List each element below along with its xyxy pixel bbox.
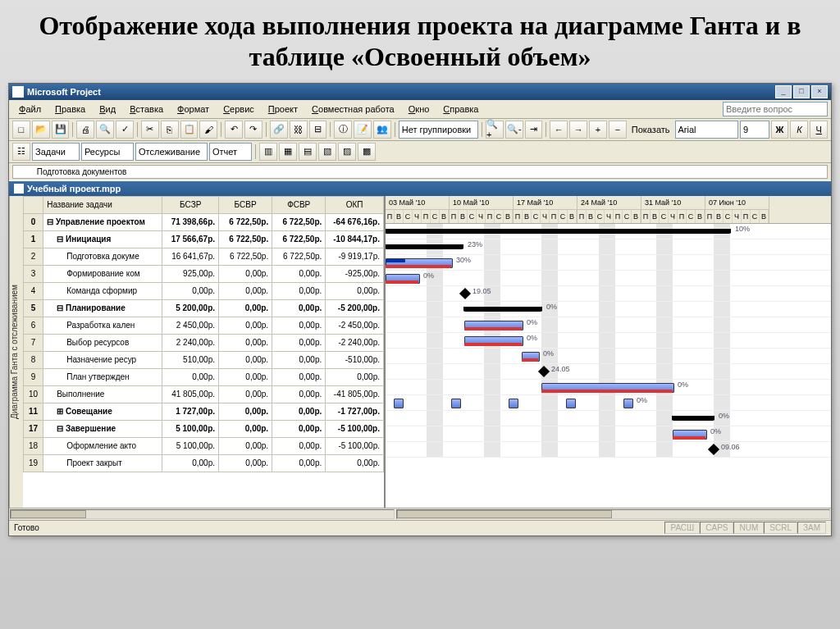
menu-Сервис[interactable]: Сервис (217, 103, 261, 116)
value-cell[interactable]: 510,00р. (162, 351, 219, 368)
task-name-cell[interactable]: ⊟ Инициация (43, 230, 162, 248)
value-cell[interactable]: 925,00р. (162, 265, 219, 282)
split-button[interactable]: ⊟ (309, 121, 327, 139)
task-table[interactable]: Название задачиБСЗРБСВРФСВРОКП 0⊟ Управл… (23, 196, 386, 508)
value-cell[interactable]: 0,00р. (272, 368, 326, 385)
rownum[interactable]: 19 (24, 454, 43, 472)
hscroll-left-thumb[interactable] (11, 510, 86, 518)
task-name-cell[interactable]: Проект закрыт (43, 454, 162, 472)
print-button[interactable]: 🖨 (76, 121, 94, 139)
copy-button[interactable]: ⎘ (161, 121, 179, 139)
table-row[interactable]: 10Выполнение41 805,00р.0,00р.0,00р.-41 8… (24, 385, 384, 403)
table-row[interactable]: 1⊟ Инициация17 566,67р.6 722,50р.6 722,5… (24, 230, 384, 248)
rownum[interactable]: 3 (24, 265, 43, 282)
rownum[interactable]: 8 (24, 351, 43, 368)
rownum[interactable]: 9 (24, 368, 43, 385)
value-cell[interactable]: -10 844,17р. (326, 230, 384, 248)
value-cell[interactable]: 0,00р. (162, 368, 219, 385)
table-row[interactable]: 0⊟ Управление проектом71 398,66р.6 722,5… (24, 213, 384, 230)
gantt-row[interactable]: 23% (386, 239, 831, 255)
rownum[interactable]: 17 (24, 420, 43, 437)
task-name-cell[interactable]: Формирование ком (43, 265, 162, 282)
cut-button[interactable]: ✂ (141, 121, 159, 139)
new-button[interactable]: □ (12, 121, 30, 139)
task-name-cell[interactable]: ⊟ Управление проектом (43, 213, 162, 230)
recurring-marker[interactable] (394, 399, 404, 408)
gantt-row[interactable]: 0% (386, 426, 831, 442)
gantt-row[interactable]: 30% (386, 255, 831, 271)
gantt-row[interactable]: 10% (386, 224, 831, 239)
summary-bar[interactable] (386, 229, 730, 234)
value-cell[interactable]: 5 100,00р. (162, 420, 219, 437)
table-row[interactable]: 8Назначение ресур510,00р.0,00р.0,00р.-51… (24, 351, 384, 368)
value-cell[interactable]: 6 722,50р. (272, 230, 326, 248)
gantt-row[interactable]: 0% (386, 380, 831, 395)
gantt-row[interactable]: 0% (386, 302, 831, 317)
summary-bar[interactable] (386, 244, 463, 249)
value-cell[interactable]: 0,00р. (219, 265, 272, 282)
value-cell[interactable]: 6 722,50р. (219, 213, 272, 230)
minimize-button[interactable]: _ (775, 85, 792, 98)
tb3-5[interactable]: ▨ (338, 143, 356, 161)
value-cell[interactable]: 0,00р. (219, 403, 272, 420)
value-cell[interactable]: 0,00р. (219, 317, 272, 334)
rownum[interactable]: 18 (24, 437, 43, 454)
value-cell[interactable]: -1 727,00р. (326, 403, 384, 420)
format-painter-button[interactable]: 🖌 (199, 121, 217, 139)
preview-button[interactable]: 🔍 (96, 121, 114, 139)
value-cell[interactable]: 0,00р. (219, 420, 272, 437)
rownum[interactable]: 10 (24, 385, 43, 403)
value-cell[interactable]: 0,00р. (272, 385, 326, 403)
redo-button[interactable]: ↷ (244, 121, 262, 139)
notes-button[interactable]: 📝 (354, 121, 372, 139)
menu-Формат[interactable]: Формат (171, 103, 216, 116)
summary-bar[interactable] (464, 307, 541, 312)
gantt-row[interactable]: 0% (386, 271, 831, 286)
value-cell[interactable]: 6 722,50р. (272, 248, 326, 265)
value-cell[interactable]: 71 398,66р. (162, 213, 219, 230)
tb3-4[interactable]: ▧ (318, 143, 336, 161)
value-cell[interactable]: 0,00р. (219, 385, 272, 403)
value-cell[interactable]: 0,00р. (272, 299, 326, 317)
show-label[interactable]: Показать (628, 125, 673, 134)
menu-Проект[interactable]: Проект (262, 103, 304, 116)
track-tab[interactable]: Отслеживание (135, 143, 208, 161)
undo-button[interactable]: ↶ (225, 121, 243, 139)
hscroll-right-track[interactable] (396, 509, 830, 519)
value-cell[interactable]: 0,00р. (219, 299, 272, 317)
report-tab[interactable]: Отчет (209, 143, 252, 161)
tb3-1[interactable]: ▥ (259, 143, 277, 161)
menu-Файл[interactable]: Файл (12, 103, 48, 116)
value-cell[interactable]: 6 722,50р. (272, 213, 326, 230)
menu-Справка[interactable]: Справка (436, 103, 485, 116)
value-cell[interactable]: 0,00р. (272, 282, 326, 299)
tb3-2[interactable]: ▦ (279, 143, 297, 161)
value-cell[interactable]: 0,00р. (162, 454, 219, 472)
value-cell[interactable]: 6 722,50р. (219, 230, 272, 248)
task-name-cell[interactable]: Подготовка докуме (43, 248, 162, 265)
value-cell[interactable]: -2 240,00р. (326, 334, 384, 351)
value-cell[interactable]: 0,00р. (219, 351, 272, 368)
open-button[interactable]: 📂 (32, 121, 50, 139)
rownum[interactable]: 6 (24, 317, 43, 334)
gantt-row[interactable]: 19.05 (386, 286, 831, 302)
recurring-marker[interactable] (451, 399, 461, 408)
value-cell[interactable]: 0,00р. (219, 437, 272, 454)
rownum[interactable]: 11 (24, 403, 43, 420)
task-name-cell[interactable]: ⊞ Совещание (43, 403, 162, 420)
value-cell[interactable]: 6 722,50р. (219, 248, 272, 265)
summary-bar[interactable] (673, 416, 714, 421)
col-2[interactable]: БСЗР (162, 196, 219, 213)
recurring-marker[interactable] (623, 399, 633, 408)
table-row[interactable]: 7Выбор ресурсов2 240,00р.0,00р.0,00р.-2 … (24, 334, 384, 351)
gantt-row[interactable]: 0% (386, 411, 831, 426)
col-3[interactable]: БСВР (219, 196, 272, 213)
value-cell[interactable]: -510,00р. (326, 351, 384, 368)
close-button[interactable]: × (811, 85, 828, 98)
bold-button[interactable]: Ж (771, 121, 789, 139)
value-cell[interactable]: 2 450,00р. (162, 317, 219, 334)
value-cell[interactable]: -2 450,00р. (326, 317, 384, 334)
value-cell[interactable]: 0,00р. (326, 454, 384, 472)
hscroll[interactable] (9, 508, 831, 520)
value-cell[interactable]: 0,00р. (272, 420, 326, 437)
